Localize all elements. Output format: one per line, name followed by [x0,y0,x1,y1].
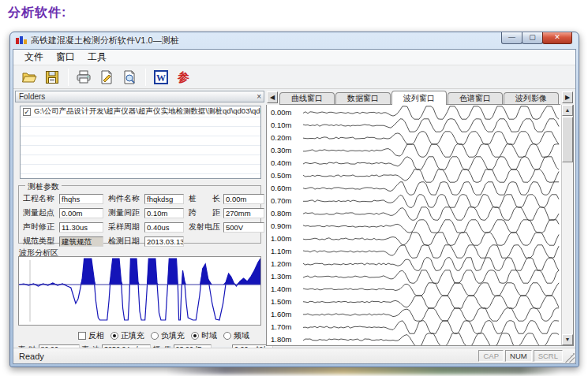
resize-grip[interactable] [564,352,575,363]
pile-params-group: 测桩参数 工程名称fhqhs构件名称fhqkdsg桩 长0.00m测量起点0.0… [18,185,261,244]
tab-2[interactable]: 数据窗口 [335,92,391,104]
client-area: 文件 窗口 工具 W参 Folders × ✓ G:\公司产品设计开发\超声仪器… [13,49,576,364]
params-row: 声时修正11.30us采样周期0.40us发射电压500V [19,222,260,233]
depth-label: 0.10m [271,121,299,129]
param-field[interactable]: 270mm [223,208,264,218]
folder-path: G:\公司产品设计开发\超声仪器\超声仪实地检测数据\测桩qd\qd03\qd0… [34,106,260,117]
title-bar[interactable]: 高铁建混凝土检测分析软件V1.0—测桩 —▢✕ [10,32,579,49]
param-field[interactable]: 0.10m [144,208,184,218]
page-title: 分析软件: [8,5,66,21]
tab-4[interactable]: 色谱窗口 [448,92,503,104]
param-field[interactable]: 11.30us [59,222,103,233]
param-field[interactable]: fhqhs [59,194,103,204]
tab-scroll-left-icon[interactable]: ◀ [267,91,278,103]
fill-positive-radio[interactable] [110,332,118,340]
depth-label: 1.80m [271,335,299,344]
right-panel: ◀ 曲线窗口数据窗口波列窗口色谱窗口波列影像 ▶ ▲ ▼ 0.00m0.10m0… [266,91,574,346]
app-window: 高铁建混凝土检测分析软件V1.0—测桩 —▢✕ 文件 窗口 工具 W参 Fold… [9,32,579,367]
svg-text:W: W [156,72,166,83]
waveform-analysis-box[interactable] [18,256,261,326]
param-label: 声时修正 [23,222,59,233]
save-button[interactable] [41,67,62,87]
toolbar-separator [145,69,146,86]
empty-row [21,146,260,155]
print-button[interactable] [73,67,94,87]
param-label: 跨 距 [189,207,223,218]
open-icon [21,69,37,85]
open-button[interactable] [18,67,39,87]
depth-label: 0.90m [271,222,299,230]
window-title: 高铁建混凝土检测分析软件V1.0—测桩 [31,35,179,47]
depth-label: 0.40m [271,158,299,167]
preview-button[interactable] [118,67,140,87]
depth-label: 0.20m [271,133,299,142]
param-label: 检测日期 [108,236,144,247]
depth-label: 1.50m [271,297,299,306]
checkbox-icon[interactable]: ✓ [23,108,31,116]
maximize-button[interactable]: ▢ [522,32,543,44]
invert-checkbox[interactable] [78,332,86,340]
status-indicator-scrl: SCRL [534,350,563,362]
depth-label: 0.80m [271,209,299,218]
fill-negative-radio[interactable] [151,332,159,340]
export-button[interactable] [96,67,117,87]
status-text: Ready [13,352,477,361]
wave-list[interactable]: ▲ ▼ 0.00m0.10m0.20m0.30m0.40m0.50m0.60m0… [266,105,574,346]
preview-icon [122,69,137,85]
word-icon: W [153,69,169,85]
tab-scroll-right-icon[interactable]: ▶ [562,91,573,103]
close-button[interactable]: ✕ [542,32,572,44]
depth-label: 0.00m [271,108,299,117]
toolbar-separator [68,69,69,86]
status-indicator-cap: CAP [478,350,504,362]
param-field[interactable]: 0.00m [223,194,264,204]
status-indicator-num: NUM [505,350,532,362]
display-options-row: 反相 正填充 负填充 时域 频域 [15,330,264,341]
params-grid: 工程名称fhqhs构件名称fhqkdsg桩 长0.00m测量起点0.00m测量间… [19,193,260,247]
param-field[interactable]: 0.00m [59,208,103,218]
app-icon [16,35,27,46]
menu-tools[interactable]: 工具 [81,49,113,65]
folders-list[interactable]: ✓ G:\公司产品设计开发\超声仪器\超声仪实地检测数据\测桩qd\qd03\q… [20,106,261,179]
tab-strip: ◀ 曲线窗口数据窗口波列窗口色谱窗口波列影像 ▶ [266,91,574,105]
save-icon [44,69,60,85]
folder-list-item[interactable]: ✓ G:\公司产品设计开发\超声仪器\超声仪实地检测数据\测桩qd\qd03\q… [21,106,260,117]
params-button[interactable]: 参 [173,67,194,87]
wave-traces [267,105,561,346]
tab-3[interactable]: 波列窗口 [391,91,447,105]
scrollbar-thumb[interactable] [562,117,573,162]
tab-5[interactable]: 波列影像 [504,92,559,104]
close-icon[interactable]: × [257,91,261,102]
param-field[interactable]: 500V [223,222,264,233]
scroll-down-icon[interactable]: ▼ [562,334,573,345]
menu-window[interactable]: 窗口 [50,49,81,65]
depth-label: 1.30m [271,272,299,281]
param-label: 构件名称 [108,193,144,204]
param-field[interactable]: fhqkdsg [144,194,184,204]
left-panel: Folders × ✓ G:\公司产品设计开发\超声仪器\超声仪实地检测数据\测… [15,91,264,346]
folders-panel-header[interactable]: Folders × [15,91,264,102]
param-field[interactable]: 2013.03.13 [144,236,184,247]
folders-panel-title: Folders [19,92,45,101]
param-label: 测量起点 [23,207,59,218]
param-field[interactable]: 0.40us [144,222,184,233]
tab-list: 曲线窗口数据窗口波列窗口色谱窗口波列影像 [279,91,560,105]
time-domain-radio[interactable] [191,332,199,340]
pile-params-title: 测桩参数 [25,181,62,192]
param-label: 测量间距 [108,207,144,218]
vertical-scrollbar[interactable]: ▲ ▼ [561,105,573,345]
scroll-up-icon[interactable]: ▲ [562,105,573,116]
tab-1[interactable]: 曲线窗口 [279,92,335,104]
freq-domain-radio[interactable] [223,332,231,340]
param-label: 采样周期 [108,222,144,233]
params-icon: 参 [176,69,192,85]
word-button[interactable]: W [150,67,171,87]
param-label: 发射电压 [189,222,223,233]
menu-bar: 文件 窗口 工具 [13,50,575,65]
empty-row [21,165,260,174]
param-field[interactable]: 建筑规范 [59,236,103,247]
depth-label: 1.70m [271,322,299,331]
empty-row [21,127,260,136]
menu-file[interactable]: 文件 [18,49,50,65]
minimize-button[interactable]: — [501,32,522,44]
